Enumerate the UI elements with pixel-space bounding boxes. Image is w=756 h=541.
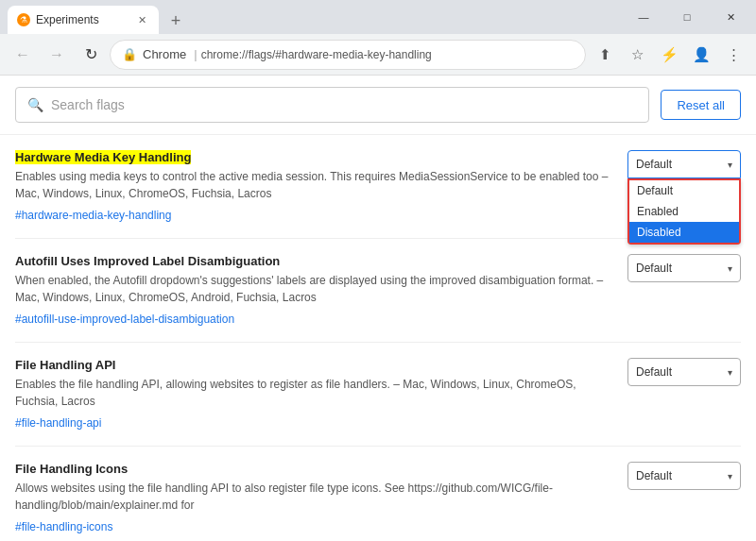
- search-placeholder: Search flags: [51, 97, 125, 112]
- flag-info-2: Autofill Uses Improved Label Disambiguat…: [15, 254, 612, 327]
- chrome-label: Chrome: [143, 47, 186, 61]
- flag-item-file-handling-api: File Handling API Enables the file handl…: [15, 343, 741, 447]
- tab-strip: Experiments ✕ +: [0, 0, 189, 34]
- flag-title-1: Hardware Media Key Handling: [15, 150, 612, 164]
- back-button[interactable]: ←: [8, 40, 38, 70]
- dropdown-open-container: Default ▾ Default Enabled Disabled: [627, 150, 741, 178]
- flag-desc-3: Enables the file handling API, allowing …: [15, 376, 612, 410]
- content-area: 🔍 Search flags Reset all Hardware Media …: [0, 76, 756, 541]
- reset-all-button[interactable]: Reset all: [661, 90, 741, 120]
- flag-desc-2: When enabled, the Autofill dropdown's su…: [15, 272, 612, 306]
- url-separator: |: [194, 47, 197, 61]
- dropdown-btn-2[interactable]: Default ▾: [627, 254, 741, 282]
- flag-item-autofill: Autofill Uses Improved Label Disambiguat…: [15, 239, 741, 343]
- flag-item-file-handling-icons: File Handling Icons Allows websites usin…: [15, 447, 741, 541]
- flag-control-3: Default ▾: [627, 358, 741, 386]
- tab-favicon: [17, 13, 30, 26]
- active-tab[interactable]: Experiments ✕: [8, 6, 159, 34]
- search-box[interactable]: 🔍 Search flags: [15, 87, 649, 123]
- dropdown-4: Default ▾: [627, 462, 741, 490]
- flag-link-2[interactable]: #autofill-use-improved-label-disambiguat…: [15, 313, 234, 326]
- flag-control-1: Default ▾ Default Enabled Disabled: [627, 150, 741, 178]
- tab-close-button[interactable]: ✕: [134, 12, 149, 27]
- flag-info-1: Hardware Media Key Handling Enables usin…: [15, 150, 612, 223]
- flag-title-3: File Handling API: [15, 358, 612, 372]
- flag-control-2: Default ▾: [627, 254, 741, 282]
- dropdown-option-default-1[interactable]: Default: [629, 180, 739, 201]
- flag-info-4: File Handling Icons Allows websites usin…: [15, 462, 612, 534]
- dropdown-btn-4[interactable]: Default ▾: [627, 462, 741, 490]
- flag-item-hardware-media-key-handling: Hardware Media Key Handling Enables usin…: [15, 135, 741, 239]
- title-bar: Experiments ✕ + — □ ✕: [0, 0, 756, 34]
- main-scroll[interactable]: 🔍 Search flags Reset all Hardware Media …: [0, 76, 756, 541]
- flag-desc-4: Allows websites using the file handling …: [15, 480, 612, 514]
- dropdown-option-disabled-1[interactable]: Disabled: [629, 222, 739, 243]
- flag-desc-1: Enables using media keys to control the …: [15, 168, 612, 202]
- window-controls: — □ ✕: [618, 0, 756, 34]
- tab-label: Experiments: [36, 13, 130, 26]
- maximize-button[interactable]: □: [665, 0, 709, 34]
- dropdown-arrow-1: ▾: [728, 160, 732, 170]
- search-icon: 🔍: [27, 97, 43, 112]
- dropdown-arrow-2: ▾: [728, 263, 732, 274]
- minimize-button[interactable]: —: [622, 0, 665, 34]
- menu-button[interactable]: ⋮: [718, 40, 748, 70]
- bookmark-button[interactable]: ☆: [622, 40, 652, 70]
- dropdown-2: Default ▾: [627, 254, 741, 282]
- nav-bar: ← → ↻ 🔒 Chrome | chrome://flags/#hardwar…: [0, 34, 756, 76]
- search-bar-container: 🔍 Search flags Reset all: [0, 76, 756, 135]
- dropdown-current-value-3: Default: [636, 365, 672, 379]
- dropdown-menu-1: Default Enabled Disabled: [627, 178, 741, 245]
- flag-control-4: Default ▾: [627, 462, 741, 490]
- nav-actions: ⬆ ☆ ⚡ 👤 ⋮: [590, 40, 748, 70]
- dropdown-arrow-3: ▾: [728, 367, 732, 378]
- dropdown-option-enabled-1[interactable]: Enabled: [629, 201, 739, 222]
- omnibox[interactable]: 🔒 Chrome | chrome://flags/#hardware-medi…: [110, 40, 586, 70]
- flag-link-4[interactable]: #file-handling-icons: [15, 520, 112, 533]
- flag-title-highlighted-1: Hardware Media Key Handling: [15, 150, 191, 164]
- share-button[interactable]: ⬆: [590, 40, 620, 70]
- flag-link-3[interactable]: #file-handling-api: [15, 416, 101, 430]
- flag-title-2: Autofill Uses Improved Label Disambiguat…: [15, 254, 612, 268]
- dropdown-btn-3[interactable]: Default ▾: [627, 358, 741, 386]
- dropdown-open-btn-1[interactable]: Default ▾: [627, 150, 741, 178]
- lock-icon: 🔒: [122, 47, 137, 61]
- extension-button[interactable]: ⚡: [654, 40, 684, 70]
- dropdown-current-value-1: Default: [636, 158, 672, 171]
- dropdown-current-value-2: Default: [636, 262, 672, 275]
- flag-link-1[interactable]: #hardware-media-key-handling: [15, 209, 171, 222]
- forward-button[interactable]: →: [42, 40, 72, 70]
- dropdown-current-value-4: Default: [636, 469, 672, 482]
- flag-title-4: File Handling Icons: [15, 462, 612, 476]
- dropdown-arrow-4: ▾: [728, 471, 732, 482]
- url-text: chrome://flags/#hardware-media-key-handl…: [201, 48, 432, 61]
- flag-info-3: File Handling API Enables the file handl…: [15, 358, 612, 431]
- dropdown-3: Default ▾: [627, 358, 741, 386]
- close-button[interactable]: ✕: [709, 0, 752, 34]
- reload-button[interactable]: ↻: [76, 40, 106, 70]
- flags-list: Hardware Media Key Handling Enables usin…: [0, 135, 756, 541]
- profile-button[interactable]: 👤: [686, 40, 716, 70]
- window-frame: Experiments ✕ + — □ ✕ ← → ↻ 🔒 Chrome | c…: [0, 0, 756, 541]
- new-tab-button[interactable]: +: [163, 8, 189, 34]
